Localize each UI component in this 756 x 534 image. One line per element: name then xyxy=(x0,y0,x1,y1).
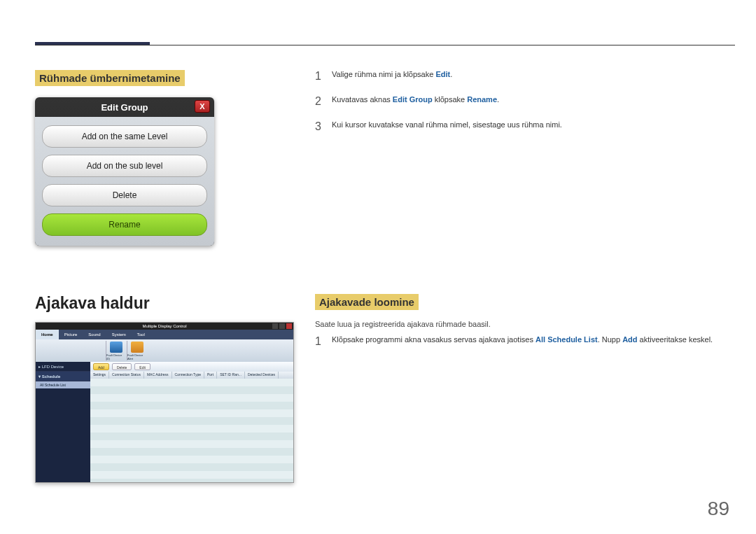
step-2: 2 Kuvatavas aknas Edit Group klõpsake Re… xyxy=(315,95,735,108)
step-1: 1 Valige rühma nimi ja klõpsake Edit. xyxy=(315,70,735,83)
table-headers: Settings Connection Status MAC Address C… xyxy=(90,372,293,379)
sidebar-item-lfd[interactable]: ▸ LFD Device xyxy=(36,362,90,372)
col-port[interactable]: Port xyxy=(204,372,217,379)
col-settings[interactable]: Settings xyxy=(90,372,109,379)
step-number: 1 xyxy=(315,335,323,348)
mdc-title: Multiple Display Control xyxy=(142,324,186,328)
ribbon: Fault Device (0) Fault Device Alert xyxy=(36,339,293,362)
sidebar-item-all-schedule[interactable]: All Schedule List xyxy=(36,381,90,388)
col-detected[interactable]: Detected Devices xyxy=(245,372,279,379)
step-number: 1 xyxy=(315,70,323,83)
step-number: 3 xyxy=(315,120,323,133)
monitor-icon xyxy=(110,342,122,353)
add-term: Add xyxy=(622,335,637,344)
mdc-toolbar: Add Delete Edit xyxy=(90,362,293,372)
rename-term: Rename xyxy=(467,95,497,104)
add-button[interactable]: Add xyxy=(93,363,109,370)
schedule-manager-heading: Ajakava haldur xyxy=(35,294,150,313)
close-icon[interactable]: X xyxy=(195,100,210,113)
edit-term: Edit xyxy=(435,70,450,78)
rename-button[interactable]: Rename xyxy=(42,213,207,236)
left-top-section: Rühmade ümbernimetamine Edit Group X Add… xyxy=(35,70,294,246)
alert-icon xyxy=(131,342,144,353)
rename-groups-heading: Rühmade ümbernimetamine xyxy=(35,70,185,86)
add-same-level-button[interactable]: Add on the same Level xyxy=(42,125,207,148)
right-bottom-section: Ajakavade loomine Saate luua ja registre… xyxy=(315,294,735,348)
window-controls[interactable] xyxy=(272,323,292,329)
step-text: Klõpsake programmi akna vasakus servas a… xyxy=(332,335,536,344)
step-1-bottom: 1 Klõpsake programmi akna vasakus servas… xyxy=(315,335,735,348)
tab-picture[interactable]: Picture xyxy=(59,330,83,339)
delete-button[interactable]: Delete xyxy=(112,363,132,370)
maximize-icon[interactable] xyxy=(279,323,285,329)
header-accent xyxy=(35,42,150,45)
intro-text: Saate luua ja registreerida ajakava rühm… xyxy=(315,320,735,328)
edit-group-titlebar: Edit Group X xyxy=(35,97,214,117)
table-grid xyxy=(90,379,293,482)
col-connection-status[interactable]: Connection Status xyxy=(109,372,144,379)
close-icon[interactable] xyxy=(286,323,292,329)
mdc-window: Multiple Display Control Home Picture So… xyxy=(35,322,294,483)
tab-tool[interactable]: Tool xyxy=(132,330,150,339)
all-schedule-list-term: All Schedule List xyxy=(536,335,598,344)
step-3: 3 Kui kursor kuvatakse vanal rühma nimel… xyxy=(315,120,735,133)
col-mac[interactable]: MAC Address xyxy=(144,372,172,379)
sidebar-item-schedule[interactable]: ▾ Schedule xyxy=(36,372,90,381)
col-connection-type[interactable]: Connection Type xyxy=(172,372,204,379)
step-number: 2 xyxy=(315,95,323,108)
tab-sound[interactable]: Sound xyxy=(83,330,106,339)
mdc-main: Add Delete Edit Settings Connection Stat… xyxy=(90,362,293,482)
steps-right-top: 1 Valige rühma nimi ja klõpsake Edit. 2 … xyxy=(315,70,735,133)
header-rule xyxy=(35,45,735,45)
step-text: Valige rühma nimi ja klõpsake xyxy=(332,70,435,78)
edit-group-term: Edit Group xyxy=(393,95,433,104)
creating-schedules-heading: Ajakavade loomine xyxy=(315,294,419,310)
tab-home[interactable]: Home xyxy=(36,330,59,339)
step-text: Kui kursor kuvatakse vanal rühma nimel, … xyxy=(332,120,562,129)
delete-button[interactable]: Delete xyxy=(42,184,207,206)
col-set-id[interactable]: SET ID Ran... xyxy=(217,372,245,379)
mdc-sidebar: ▸ LFD Device ▾ Schedule All Schedule Lis… xyxy=(36,362,90,482)
edit-group-window: Edit Group X Add on the same Level Add o… xyxy=(35,97,214,246)
edit-button[interactable]: Edit xyxy=(134,363,150,370)
minimize-icon[interactable] xyxy=(272,323,278,329)
fault-alert-button[interactable]: Fault Device Alert xyxy=(127,341,146,360)
mdc-titlebar: Multiple Display Control xyxy=(36,323,293,330)
step-text: Kuvatavas aknas xyxy=(332,95,393,104)
edit-group-body: Add on the same Level Add on the sub lev… xyxy=(35,117,214,246)
add-sub-level-button[interactable]: Add on the sub level xyxy=(42,155,207,177)
edit-group-title: Edit Group xyxy=(101,102,148,113)
tab-system[interactable]: System xyxy=(106,330,132,339)
mdc-tabs: Home Picture Sound System Tool xyxy=(36,330,293,339)
fault-device-button[interactable]: Fault Device (0) xyxy=(106,341,125,360)
page-number: 89 xyxy=(708,498,729,520)
